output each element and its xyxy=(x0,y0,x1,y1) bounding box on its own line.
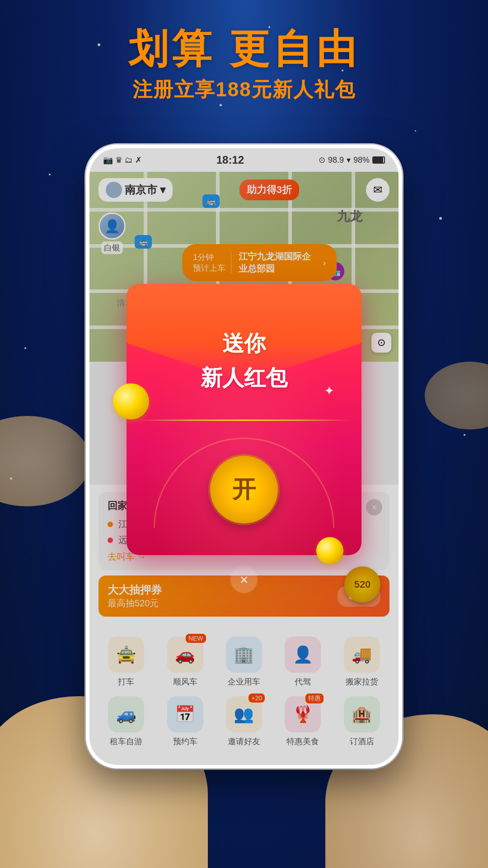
red-envelope-overlay: 送你 新人红包 ✦ 开 × xyxy=(89,148,399,765)
main-title: 划算 更自由 xyxy=(0,27,488,71)
envelope-close-btn[interactable]: × xyxy=(230,566,258,593)
envelope-title: 送你 xyxy=(127,329,361,358)
envelope-text: 送你 新人红包 xyxy=(127,329,361,392)
header-section: 划算 更自由 注册立享188元新人礼包 xyxy=(0,27,488,103)
open-button[interactable]: 开 xyxy=(210,456,278,524)
sparkle-icon: ✦ xyxy=(324,383,334,398)
gold-ball-left xyxy=(113,383,149,420)
envelope-divider xyxy=(136,420,352,421)
envelope-body: 送你 新人红包 ✦ 开 xyxy=(127,284,361,555)
phone-frame: 📷 ♛ 🗂 ✗ 18:12 ⊙ 98.9 ▾ 98% xyxy=(86,145,402,769)
sub-title: 注册立享188元新人礼包 xyxy=(0,76,488,103)
phone-screen: 📷 ♛ 🗂 ✗ 18:12 ⊙ 98.9 ▾ 98% xyxy=(89,148,399,765)
red-envelope: 送你 新人红包 ✦ 开 xyxy=(127,284,361,555)
phone-mockup: 📷 ♛ 🗂 ✗ 18:12 ⊙ 98.9 ▾ 98% xyxy=(86,145,402,769)
gold-ball-bottom xyxy=(316,537,343,564)
